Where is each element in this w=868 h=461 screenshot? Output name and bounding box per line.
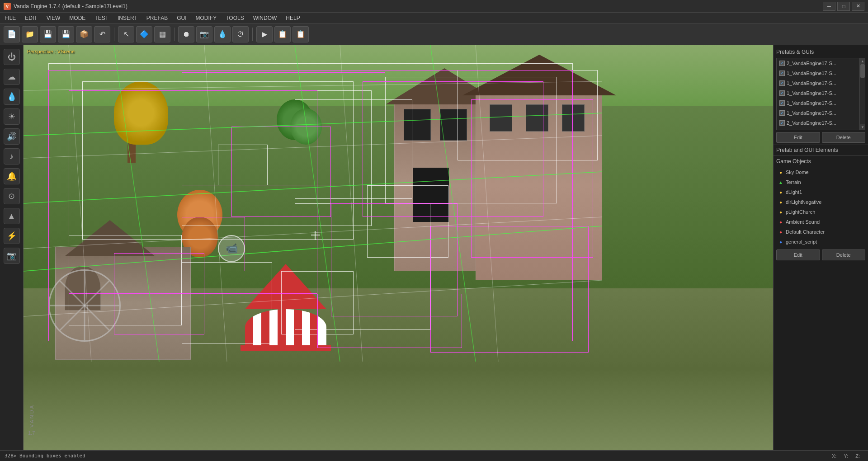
toolbar-button-saveas[interactable]: 💾 bbox=[58, 26, 74, 42]
prefab-list-item-0[interactable]: ✓2_VandaEngine17-S... bbox=[777, 58, 865, 68]
tent-body bbox=[245, 309, 326, 345]
go-edit-button[interactable]: Edit bbox=[776, 249, 820, 260]
game-object-item-4[interactable]: ●pLightChurch bbox=[776, 207, 865, 217]
scene-background: 📹 bbox=[24, 45, 773, 450]
go-icon-terrain: ▲ bbox=[778, 179, 783, 185]
building-right bbox=[476, 90, 602, 280]
prefab-checkbox-4[interactable]: ✓ bbox=[779, 100, 785, 106]
prefab-list-item-1[interactable]: ✓1_VandaEngine17-S... bbox=[777, 68, 865, 78]
sidebar-tool-bell[interactable]: 🔔 bbox=[4, 168, 20, 184]
game-object-item-3[interactable]: ●dirLightNegative bbox=[776, 197, 865, 207]
version-watermark: 1.7 bbox=[28, 430, 35, 436]
toolbar-button-water[interactable]: 💧 bbox=[214, 26, 231, 42]
sidebar-tool-lightning[interactable]: ⚡ bbox=[4, 228, 20, 244]
go-name-7: general_script bbox=[786, 239, 817, 245]
menu-item-window[interactable]: WINDOW bbox=[249, 13, 282, 24]
prefabs-section: Prefabs & GUIs ✓2_VandaEngine17-S...✓1_V… bbox=[774, 45, 868, 145]
sidebar-tool-water-drop[interactable]: 💧 bbox=[4, 89, 20, 105]
toolbar-button-screenshot[interactable]: 📷 bbox=[196, 26, 212, 42]
menu-item-insert[interactable]: INSERT bbox=[113, 13, 142, 24]
menu-item-test[interactable]: TEST bbox=[90, 13, 113, 24]
go-icon-general_script: ● bbox=[778, 239, 783, 245]
app-icon: V bbox=[4, 3, 11, 10]
game-objects-section: Game Objects ●Sky Dome▲Terrain●dLight1●d… bbox=[774, 155, 868, 450]
minimize-button[interactable]: ─ bbox=[823, 2, 835, 11]
toolbar-button-copy[interactable]: 📋 bbox=[274, 26, 291, 42]
menu-item-prefab[interactable]: PREFAB bbox=[142, 13, 172, 24]
prefab-list-item-5[interactable]: ✓1_VandaEngine17-S... bbox=[777, 108, 865, 118]
prefabs-delete-button[interactable]: Delete bbox=[822, 132, 866, 143]
prefab-name-6: 2_VandaEngine17-S... bbox=[787, 120, 836, 126]
sidebar-tool-cloud[interactable]: ☁ bbox=[4, 69, 20, 85]
game-object-item-7[interactable]: ●general_script bbox=[776, 237, 865, 247]
menu-item-modify[interactable]: MODIFY bbox=[191, 13, 222, 24]
game-object-item-5[interactable]: ●Ambient Sound bbox=[776, 217, 865, 227]
go-delete-button[interactable]: Delete bbox=[822, 249, 866, 260]
game-object-item-6[interactable]: ●Default Character bbox=[776, 227, 865, 237]
game-object-item-1[interactable]: ▲Terrain bbox=[776, 177, 865, 187]
menu-item-file[interactable]: FILE bbox=[0, 13, 20, 24]
menu-item-gui[interactable]: GUI bbox=[172, 13, 191, 24]
vanda-watermark: VANDA bbox=[29, 404, 34, 428]
scroll-down-arrow[interactable]: ▼ bbox=[860, 124, 865, 130]
prefab-gui-section: Prefab and GUI Elements bbox=[774, 145, 868, 155]
toolbar-button-save[interactable]: 💾 bbox=[40, 26, 56, 42]
go-icon-sky-dome: ● bbox=[778, 169, 783, 175]
menu-item-edit[interactable]: EDIT bbox=[20, 13, 42, 24]
prefab-checkbox-3[interactable]: ✓ bbox=[779, 90, 785, 96]
sidebar-tool-power[interactable]: ⏻ bbox=[4, 49, 20, 65]
toolbar-button-undo[interactable]: ↶ bbox=[94, 26, 110, 42]
toolbar-button-layout[interactable]: ▦ bbox=[154, 26, 170, 42]
toolbar-button-import[interactable]: 📦 bbox=[76, 26, 92, 42]
menu-item-help[interactable]: HELP bbox=[281, 13, 304, 24]
viewport[interactable]: Perspective : VScene bbox=[24, 45, 773, 450]
menu-item-tools[interactable]: TOOLS bbox=[221, 13, 248, 24]
prefab-checkbox-2[interactable]: ✓ bbox=[779, 80, 785, 86]
sidebar-tool-circle-target[interactable]: ⊙ bbox=[4, 188, 20, 204]
game-objects-title: Game Objects bbox=[776, 158, 865, 165]
scroll-up-arrow[interactable]: ▲ bbox=[860, 58, 865, 64]
toolbar-button-open[interactable]: 📁 bbox=[22, 26, 38, 42]
toolbar-button-paste[interactable]: 📋 bbox=[292, 26, 309, 42]
go-icon-plightchurch: ● bbox=[778, 209, 783, 215]
menu-item-view[interactable]: VIEW bbox=[42, 13, 65, 24]
toolbar-separator-6 bbox=[114, 28, 114, 41]
sidebar-tool-sun[interactable]: ☀ bbox=[4, 108, 20, 125]
toolbar-button-select[interactable]: ↖ bbox=[118, 26, 134, 42]
prefab-list-item-4[interactable]: ✓1_VandaEngine17-S... bbox=[777, 98, 865, 108]
prefabs-scrollbar[interactable]: ▲▼ bbox=[859, 58, 865, 130]
menu-item-mode[interactable]: MODE bbox=[65, 13, 90, 24]
prefab-list-item-2[interactable]: ✓1_VandaEngine17-S... bbox=[777, 78, 865, 88]
go-name-6: Default Character bbox=[786, 229, 825, 235]
door-c bbox=[413, 168, 449, 222]
game-object-item-2[interactable]: ●dLight1 bbox=[776, 187, 865, 197]
toolbar-button-clock[interactable]: ⏱ bbox=[232, 26, 249, 42]
scroll-thumb[interactable] bbox=[860, 64, 865, 78]
go-name-4: pLightChurch bbox=[786, 209, 815, 215]
prefab-checkbox-1[interactable]: ✓ bbox=[779, 71, 785, 76]
toolbar-button-play[interactable]: ▶ bbox=[256, 26, 273, 42]
prefab-checkbox-0[interactable]: ✓ bbox=[779, 61, 785, 66]
prefab-checkbox-5[interactable]: ✓ bbox=[779, 110, 785, 116]
sidebar-tool-sound[interactable]: 🔊 bbox=[4, 128, 20, 145]
prefab-list-item-3[interactable]: ✓1_VandaEngine17-S... bbox=[777, 88, 865, 98]
maximize-button[interactable]: □ bbox=[837, 2, 850, 11]
toolbar-button-new[interactable]: 📄 bbox=[4, 26, 20, 42]
game-objects-buttons: Edit Delete bbox=[776, 249, 865, 260]
sidebar-tool-camera-capture[interactable]: 📷 bbox=[4, 248, 20, 264]
prefabs-list[interactable]: ✓2_VandaEngine17-S...✓1_VandaEngine17-S.… bbox=[776, 58, 865, 130]
toolbar-button-record[interactable]: ⏺ bbox=[178, 26, 194, 42]
sidebar-tool-music[interactable]: ♪ bbox=[4, 148, 20, 165]
game-object-item-0[interactable]: ●Sky Dome bbox=[776, 167, 865, 177]
go-icon-dlight1: ● bbox=[778, 189, 783, 195]
watermill-wheel bbox=[48, 269, 121, 342]
prefabs-edit-button[interactable]: Edit bbox=[776, 132, 820, 143]
toolbar-button-shape[interactable]: 🔷 bbox=[136, 26, 152, 42]
prefab-list-item-6[interactable]: ✓2_VandaEngine17-S... bbox=[777, 118, 865, 128]
x-coord-label: X: bbox=[832, 453, 836, 459]
prefab-checkbox-6[interactable]: ✓ bbox=[779, 120, 785, 126]
close-button[interactable]: ✕ bbox=[852, 2, 864, 11]
toolbar-separator-9 bbox=[174, 28, 175, 41]
sidebar-tool-terrain-up[interactable]: ▲ bbox=[4, 208, 20, 224]
tree-yellow bbox=[114, 81, 168, 145]
